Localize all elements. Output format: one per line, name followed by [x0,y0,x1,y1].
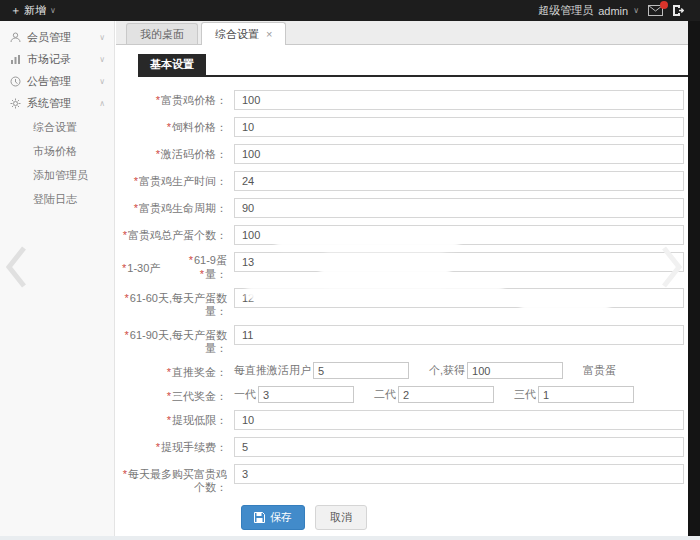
required-marker: * [200,268,204,280]
sidebar-item-0[interactable]: 会员管理∨ [0,27,114,48]
user-menu[interactable]: 超级管理员 admin ∨ [538,3,639,18]
inline-label: 富贵蛋 [583,363,616,378]
field-label: *三代奖金： [122,386,234,403]
field-label: *富贵鸡价格： [122,90,234,107]
section-header: 基本设置 [138,54,688,77]
inline-label: 二代 [374,387,396,402]
smudge-artifact [520,300,610,312]
username: admin [598,5,628,17]
sidebar-subitem[interactable]: 综合设置 [0,115,114,139]
tab-1[interactable]: 综合设置× [201,22,286,45]
smudge-artifact [320,253,450,287]
save-button-label: 保存 [270,510,292,525]
field-input[interactable] [234,90,684,110]
required-marker: * [134,202,138,214]
field-label: *61-60天,每天产蛋数量： [122,288,234,318]
form-row-4: *富贵鸡生命周期： [122,198,688,218]
field-input[interactable] [234,144,684,164]
inline-input[interactable] [398,386,494,403]
sidebar-item-label: 公告管理 [27,74,71,89]
label-fragment: *61-9蛋*量： [189,252,227,281]
form-row-8: *61-90天,每天产蛋数量： [122,325,688,355]
new-menu-label: ＋ 新增 [10,3,46,18]
sidebar-item-label: 会员管理 [27,30,71,45]
label-fragment: *1-30产 [122,252,160,281]
form-row-0: *富贵鸡价格： [122,90,688,110]
form-row-2: *激活码价格： [122,144,688,164]
tab-bar: 我的桌面综合设置× [116,21,688,45]
required-marker: * [123,468,127,480]
field-label: *直推奖金： [122,362,234,379]
required-marker: * [189,254,193,266]
field-input[interactable] [234,325,684,345]
save-button[interactable]: 保存 [241,505,305,530]
tab-0[interactable]: 我的桌面 [126,23,198,44]
required-marker: * [167,414,171,426]
form-row-9: *直推奖金：每直推激活用户个,获得富贵蛋 [122,362,688,379]
sidebar-subitem[interactable]: 市场价格 [0,139,114,163]
form-row-1: *饲料价格： [122,117,688,137]
field-label: *每天最多购买富贵鸡个数： [122,464,234,494]
form-row-10: *三代奖金：一代二代三代 [122,386,688,403]
chart-icon [9,54,21,65]
messages-button[interactable] [648,5,663,16]
user-role-label: 超级管理员 [538,3,593,18]
user-icon [9,32,21,43]
required-marker: * [167,390,171,402]
field-label: *富贵鸡生命周期： [122,198,234,215]
required-marker: * [134,175,138,187]
section-title: 基本设置 [138,54,206,75]
field-input[interactable] [234,171,684,191]
field-input[interactable] [234,198,684,218]
field-label: *饲料价格： [122,117,234,134]
field-label-split: *1-30产*61-9蛋*量： [122,252,234,281]
form-row-13: *每天最多购买富贵鸡个数： [122,464,688,494]
chevron-down-icon: ∨ [99,55,105,64]
logout-icon[interactable] [672,4,684,17]
tab-label: 我的桌面 [140,24,184,44]
chevron-down-icon: ∨ [99,77,105,86]
sidebar-item-1[interactable]: 市场记录∨ [0,49,114,70]
field-input[interactable] [234,410,684,430]
cancel-button[interactable]: 取消 [315,505,367,530]
inline-input[interactable] [313,362,409,379]
required-marker: * [125,329,129,341]
field-input[interactable] [234,252,684,272]
field-input[interactable] [234,437,684,457]
form-actions: 保存 取消 [241,505,688,530]
required-marker: * [156,148,160,160]
required-marker: * [167,366,171,378]
save-disk-icon [254,512,265,523]
carousel-next-arrow[interactable] [658,244,686,290]
field-input[interactable] [234,117,684,137]
sidebar-item-label: 系统管理 [27,96,71,111]
required-marker: * [125,292,129,304]
field-label: *提现低限： [122,410,234,427]
field-label: *提现手续费： [122,437,234,454]
inline-label: 每直推激活用户 [234,363,311,378]
carousel-prev-arrow[interactable] [2,244,30,290]
tab-label: 综合设置 [215,24,259,44]
chevron-up-icon: ∧ [99,99,105,108]
form-row-11: *提现低限： [122,410,688,430]
sidebar-item-3[interactable]: 系统管理∧ [0,93,114,114]
announcement-icon [9,76,21,87]
sidebar-item-2[interactable]: 公告管理∨ [0,71,114,92]
sidebar-subitem[interactable]: 登陆日志 [0,187,114,211]
required-marker: * [122,262,126,274]
required-marker: * [123,229,127,241]
chevron-down-icon: ∨ [633,6,639,15]
required-marker: * [156,441,160,453]
chevron-down-icon: ∨ [99,33,105,42]
sidebar-subitem[interactable]: 添加管理员 [0,163,114,187]
close-icon[interactable]: × [266,24,272,44]
chevron-down-icon: ∨ [50,6,56,15]
notification-badge [660,1,668,9]
inline-input[interactable] [538,386,634,403]
inline-label: 一代 [234,387,256,402]
field-input[interactable] [234,464,684,484]
inline-label: 个,获得 [429,363,465,378]
inline-input[interactable] [467,362,563,379]
inline-input[interactable] [258,386,354,403]
new-menu-button[interactable]: ＋ 新增 ∨ [10,3,56,18]
